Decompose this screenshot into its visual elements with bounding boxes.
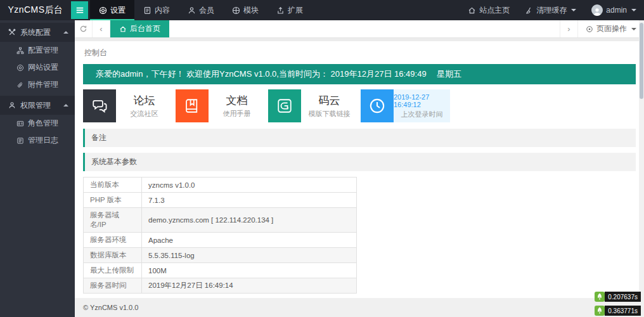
topnav-content[interactable]: 内容 <box>134 0 179 20</box>
card-title: 论坛 <box>134 93 155 108</box>
card-last-login[interactable]: 2019-12-27 16:49:12 上次登录时间 <box>361 89 450 122</box>
welcome-banner: 亲爱的admin，下午好！ 欢迎使用YznCMS v1.0.0,当前时间为： 2… <box>83 64 636 84</box>
idcard-icon <box>16 120 24 127</box>
card-gitee[interactable]: 码云 模版下载链接 <box>268 89 357 122</box>
sidebar-item-attachment-management[interactable]: 附件管理 <box>0 76 75 93</box>
trace-badge[interactable]: 0.207637s <box>595 292 641 302</box>
wrench-icon <box>8 29 16 36</box>
runtime-label: 0.207637s <box>605 292 641 302</box>
card-title: 码云 <box>319 93 340 108</box>
topnav-label: 设置 <box>110 5 126 16</box>
chevron-down-icon <box>631 28 636 30</box>
chevron-down-icon <box>631 9 636 11</box>
table-row: PHP 版本 7.1.3 <box>84 193 357 208</box>
sidebar-item-role-management[interactable]: 角色管理 <box>0 115 75 132</box>
card-title: 文档 <box>226 93 248 108</box>
breadcrumb: 控制台 <box>83 41 636 64</box>
paperclip-icon <box>16 81 24 89</box>
card-forum[interactable]: 论坛 交流社区 <box>83 89 172 122</box>
app-logo[interactable]: YznCMS后台 <box>0 0 71 20</box>
content-area: 控制台 亲爱的admin，下午好！ 欢迎使用YznCMS v1.0.0,当前时间… <box>75 38 644 317</box>
broom-icon <box>525 6 533 15</box>
home-icon <box>119 25 127 33</box>
tab-home[interactable]: 后台首页 <box>110 20 169 37</box>
tabbar-spacer <box>169 20 560 37</box>
table-row: 最大上传限制 100M <box>84 263 357 278</box>
sidebar-group-permission[interactable]: 权限管理 <box>0 96 75 115</box>
scrollbar[interactable] <box>639 20 644 317</box>
card-subtitle: 上次登录时间 <box>401 110 443 119</box>
user-icon <box>188 6 196 15</box>
sidebar-group-system-config[interactable]: 系统配置 <box>0 23 75 42</box>
site-home-link[interactable]: 站点主页 <box>460 0 517 20</box>
topnav-label: 会员 <box>199 5 214 16</box>
last-login-time: 2019-12-27 16:49:12 <box>394 93 450 108</box>
app-window: YznCMS后台 设置 内容 <box>0 0 644 317</box>
runtime-label: 0.363771s <box>605 306 641 316</box>
section-notes: 备注 <box>83 129 636 147</box>
page-footer: © YznCMS v1.0.0 <box>75 298 644 317</box>
leaf-icon <box>595 306 605 316</box>
target-icon <box>586 25 593 33</box>
page-actions-button[interactable]: 页面操作 <box>577 20 644 37</box>
table-row: 服务器环境 Apache <box>84 233 357 248</box>
tabs-scroll-left-button[interactable]: ‹ <box>93 20 110 37</box>
topbar-right: 站点主页 清理缓存 admin <box>460 0 644 20</box>
table-row: 数据库版本 5.5.35.115-log <box>84 248 357 263</box>
menu-icon <box>75 6 84 15</box>
card-subtitle: 交流社区 <box>131 109 158 119</box>
avatar <box>591 4 603 16</box>
document-icon <box>143 6 151 15</box>
gitee-icon <box>268 89 301 122</box>
table-row: 服务器时间 2019年12月27日 16:49:14 <box>84 278 357 294</box>
section-system-params: 系统基本参数 <box>83 153 636 171</box>
tabbar: ‹ 后台首页 › 页面操作 <box>75 20 644 38</box>
clear-cache-menu[interactable]: 清理缓存 <box>517 0 584 20</box>
table-row: 当前版本 yzncms v1.0.0 <box>84 178 357 193</box>
chevron-up-icon <box>63 31 68 34</box>
comments-icon <box>83 89 116 122</box>
topnav-settings[interactable]: 设置 <box>90 0 134 20</box>
scrollbar-thumb[interactable] <box>640 23 643 99</box>
chevron-up-icon <box>63 104 68 107</box>
trace-badges: 0.207637s 0.363771s <box>595 292 641 316</box>
shortcut-cards: 论坛 交流社区 文档 使用手册 <box>83 89 636 122</box>
topnav-label: 内容 <box>155 5 170 16</box>
sidebar-toggle-button[interactable] <box>71 1 88 19</box>
chevron-down-icon <box>571 9 576 11</box>
log-icon <box>16 137 24 145</box>
sitemap-icon <box>16 47 24 55</box>
trace-badge[interactable]: 0.363771s <box>595 306 641 316</box>
system-params-table: 当前版本 yzncms v1.0.0 PHP 版本 7.1.3 服务器域名/IP… <box>83 177 357 294</box>
expand-icon <box>276 6 285 15</box>
topnav-modules[interactable]: 模块 <box>223 0 267 20</box>
card-subtitle: 模版下载链接 <box>309 109 351 119</box>
module-icon <box>232 6 240 15</box>
copyright: © YznCMS v1.0.0 <box>83 304 138 311</box>
gear-icon <box>99 6 107 15</box>
leaf-icon <box>595 292 605 302</box>
table-row: 服务器域名/IP demo.yzncms.com [ 122.114.220.1… <box>84 208 357 233</box>
topnav-members[interactable]: 会员 <box>179 0 223 20</box>
topnav-label: 模块 <box>243 5 259 16</box>
topbar: YznCMS后台 设置 内容 <box>0 0 644 20</box>
refresh-button[interactable] <box>75 20 93 37</box>
sidebar: 系统配置 配置管理 网站设置 附件管理 <box>0 20 75 317</box>
gear-icon <box>16 64 24 72</box>
dashboard-panel: 控制台 亲爱的admin，下午好！ 欢迎使用YznCMS v1.0.0,当前时间… <box>75 41 644 298</box>
topnav-extensions[interactable]: 扩展 <box>267 0 312 20</box>
topnav-label: 扩展 <box>288 5 303 16</box>
user-icon <box>8 101 16 109</box>
clock-icon <box>361 89 394 122</box>
sidebar-item-admin-log[interactable]: 管理日志 <box>0 132 75 149</box>
card-subtitle: 使用手册 <box>223 109 251 119</box>
refresh-icon <box>79 25 87 33</box>
user-menu[interactable]: admin <box>584 0 644 20</box>
sidebar-item-config-management[interactable]: 配置管理 <box>0 42 75 59</box>
book-icon <box>176 89 209 122</box>
card-docs[interactable]: 文档 使用手册 <box>176 89 265 122</box>
sidebar-item-site-settings[interactable]: 网站设置 <box>0 59 75 76</box>
tabs-scroll-right-button[interactable]: › <box>560 20 577 37</box>
home-icon <box>468 6 476 15</box>
top-navigation: 设置 内容 会员 模块 <box>90 0 312 20</box>
